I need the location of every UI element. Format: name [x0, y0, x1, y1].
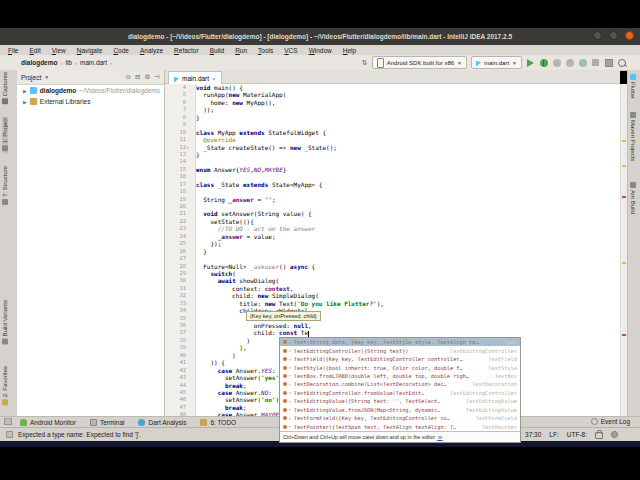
tree-item-project-root[interactable]: ▶ dialogdemo ~/Videos/Flutter/dialogdemo — [17, 85, 164, 96]
code-line-23[interactable]: //TO DO - act on the answer — [196, 225, 620, 232]
menu-build[interactable]: Build — [210, 47, 224, 54]
expand-arrow-icon[interactable]: ▶ — [23, 88, 27, 94]
highlighting-level-icon[interactable] — [611, 431, 618, 438]
encoding-indicator[interactable]: UTF-8: — [567, 431, 587, 438]
tool-button-structure[interactable]: 7: Structure — [2, 166, 8, 205]
code-line-29[interactable]: switch( — [196, 270, 620, 277]
line-ending-indicator[interactable]: LF: — [549, 431, 558, 438]
breadcrumb-main-dart[interactable]: main.dart — [80, 59, 107, 66]
code-line-12[interactable]: _State createState() => new _State(); — [196, 144, 620, 151]
code-line-9[interactable] — [196, 121, 620, 128]
tool-button-project[interactable]: 1: Project — [2, 116, 8, 153]
run-config-selector[interactable]: main.dart ▼ — [471, 56, 522, 69]
menu-vcs[interactable]: VCS — [284, 47, 297, 54]
run-coverage-button[interactable] — [578, 58, 587, 67]
tool-button-todo[interactable]: 6: TODO — [200, 419, 236, 426]
code-line-8[interactable]: } — [196, 114, 620, 121]
tool-button-ant[interactable]: Ant Build — [630, 182, 636, 214]
tool-window-switcher-icon[interactable] — [4, 418, 12, 425]
code-line-25[interactable]: }); — [196, 240, 620, 247]
breadcrumb-lib[interactable]: lib — [65, 59, 72, 66]
hide-panel-icon[interactable]: ⊣ — [154, 73, 160, 81]
code-line-7[interactable]: )); — [196, 106, 620, 113]
tree-item-external-libraries[interactable]: ▶ External Libraries — [17, 96, 164, 107]
close-button[interactable] — [625, 31, 634, 40]
debug-button[interactable] — [539, 58, 548, 67]
warning-stripe-mark[interactable] — [622, 262, 626, 264]
code-line-32[interactable]: child: new SimpleDialog( — [196, 292, 620, 299]
menu-help[interactable]: Help — [343, 47, 356, 54]
tool-button-flutter[interactable]: Flutter — [630, 74, 636, 99]
code-line-15[interactable]: enum Answer{YES,NO,MAYBE} — [196, 166, 620, 173]
completion-item[interactable]: ▸TextEditingController({String text})Tex… — [280, 346, 520, 354]
code-line-16[interactable] — [196, 173, 620, 180]
breadcrumb-dialogdemo[interactable]: dialogdemo — [21, 59, 57, 66]
code-line-21[interactable]: void setAnswer(String value) { — [196, 210, 620, 217]
tool-button-android-monitor[interactable]: Android Monitor — [20, 419, 76, 426]
error-stripe-mark[interactable] — [622, 196, 626, 198]
minimize-button[interactable] — [593, 31, 602, 40]
tab-main-dart[interactable]: main.dart × — [168, 71, 222, 85]
code-line-31[interactable]: context: context, — [196, 285, 620, 292]
code-line-27[interactable] — [196, 255, 620, 262]
completion-hint-link[interactable]: ≫ — [437, 434, 443, 440]
completion-item[interactable]: ▸TextEditingController.fromValue(TextEdi… — [280, 389, 520, 397]
code-line-13[interactable]: } — [196, 151, 620, 158]
device-selector[interactable]: Android SDK built for x86 ▼ — [372, 56, 467, 69]
status-panel-icon[interactable] — [6, 431, 13, 438]
code-line-5[interactable]: runApp(new MaterialApp( — [196, 91, 620, 98]
code-line-18[interactable] — [196, 188, 620, 195]
avd-manager-icon[interactable] — [604, 58, 613, 67]
window-title-bar[interactable]: dialogdemo - [~/Videos/Flutter/dialogdem… — [0, 28, 640, 45]
editor-gutter[interactable]: 4567891011121314151617181920212223242526… — [165, 84, 196, 416]
profiler-button[interactable] — [552, 58, 561, 67]
gear-icon[interactable]: ⚙ — [145, 73, 151, 81]
tool-button-maven[interactable]: Maven Projects — [630, 112, 636, 161]
collapse-all-icon[interactable]: ⊟ — [135, 73, 140, 81]
code-line-10[interactable]: class MyApp extends StatefulWidget { — [196, 129, 620, 136]
completion-item[interactable]: ▸TextEditingValue.fromJSON(Map<String, d… — [280, 406, 520, 414]
editor-scrollbar[interactable] — [620, 84, 627, 416]
project-panel-header[interactable]: Project ▼ ⊙ ⊟ ⚙ ⊣ — [17, 70, 164, 85]
code-line-11[interactable]: @override — [196, 136, 620, 143]
warning-stripe-mark[interactable] — [622, 140, 626, 142]
code-line-19[interactable]: String _answer = ''; — [196, 196, 620, 203]
code-line-4[interactable]: void main() { — [196, 84, 620, 91]
menu-tools[interactable]: Tools — [258, 47, 273, 54]
caret-position[interactable]: 37:30 — [525, 431, 541, 438]
completion-item[interactable]: ▸Text(String data, {Key key, TextStyle s… — [280, 338, 520, 346]
code-line-26[interactable]: } — [196, 248, 620, 255]
tool-button-favorites[interactable]: 2: Favorites — [2, 366, 8, 405]
menu-refactor[interactable]: Refactor — [174, 47, 199, 54]
code-line-30[interactable]: await showDialog( — [196, 277, 620, 284]
locate-icon[interactable]: ⊙ — [126, 73, 131, 81]
completion-item[interactable]: ▸TextBox.fromLTRBD(double left, double t… — [280, 372, 520, 380]
error-stripe-mark[interactable] — [622, 334, 626, 336]
tool-button-dart-analysis[interactable]: Dart Analysis — [138, 419, 186, 426]
warning-stripe-mark[interactable] — [622, 165, 626, 167]
override-marker-icon[interactable]: ↑ — [186, 145, 192, 151]
menu-run[interactable]: Run — [235, 47, 247, 54]
tool-button-captures[interactable]: Captures — [2, 72, 8, 104]
menu-file[interactable]: File — [8, 47, 19, 54]
code-line-6[interactable]: home: new MyApp(), — [196, 99, 620, 106]
code-line-14[interactable] — [196, 158, 620, 165]
completion-item[interactable]: ▸TextField({Key key, TextEditingControll… — [280, 355, 520, 363]
completion-item[interactable]: ▸TextDecoration.combine(List<TextDecorat… — [280, 380, 520, 388]
menu-view[interactable]: View — [52, 47, 66, 54]
code-line-37[interactable]: child: const Te — [196, 329, 620, 336]
code-line-33[interactable]: title: new Text('Do you like Flutter?'), — [196, 300, 620, 307]
code-line-36[interactable]: onPressed: null, — [196, 322, 620, 329]
menu-window[interactable]: Window — [309, 47, 332, 54]
menu-code[interactable]: Code — [113, 47, 129, 54]
completion-item[interactable]: ▸TextFormField({Key key, TextEditingCont… — [280, 414, 520, 422]
tool-button-build-variants[interactable]: Build Variants — [2, 300, 8, 345]
stop-button[interactable] — [591, 58, 600, 67]
expand-arrow-icon[interactable]: ▶ — [23, 99, 27, 105]
code-line-28[interactable]: Future<Null> _askuser() async { — [196, 263, 620, 270]
menu-edit[interactable]: Edit — [30, 47, 41, 54]
run-button[interactable] — [526, 58, 535, 67]
code-line-20[interactable] — [196, 203, 620, 210]
completion-item[interactable]: ▸TextPainter({TextSpan text, TextAlign t… — [280, 422, 520, 430]
code-line-24[interactable]: _answer = value; — [196, 233, 620, 240]
